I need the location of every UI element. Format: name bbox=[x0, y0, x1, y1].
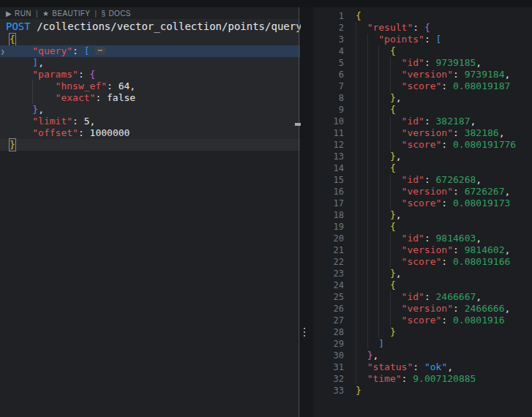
response-code-line: 6"version": 9739184, bbox=[313, 69, 532, 80]
indent-guide bbox=[390, 80, 402, 92]
http-method: POST bbox=[6, 20, 31, 32]
response-code-line: 33} bbox=[313, 385, 532, 397]
indent-guide bbox=[378, 303, 390, 315]
response-code-line: 5"id": 9739185, bbox=[313, 57, 532, 69]
line-number: 5 bbox=[313, 57, 344, 69]
fold-chevron-icon[interactable]: ❯ bbox=[1, 46, 8, 58]
response-code-line: 28} bbox=[313, 326, 532, 338]
response-code-line: 20"id": 9814603, bbox=[313, 233, 532, 244]
code-token: : bbox=[453, 69, 465, 80]
indent-guide bbox=[356, 326, 367, 338]
indent-guide bbox=[367, 198, 379, 209]
code-token: [ bbox=[436, 34, 442, 45]
code-token: "id" bbox=[402, 57, 424, 69]
code-token: { bbox=[390, 162, 396, 174]
request-code-line: ], bbox=[0, 57, 300, 69]
code-token: "score" bbox=[402, 256, 442, 268]
indent-guide bbox=[390, 139, 402, 151]
code-token: : bbox=[441, 256, 453, 268]
code-token: "id" bbox=[402, 291, 424, 303]
indent-guide bbox=[378, 291, 390, 303]
code-token: } bbox=[367, 350, 373, 361]
line-number: 8 bbox=[313, 92, 344, 104]
line-number: 23 bbox=[313, 268, 344, 279]
code-token: , bbox=[504, 186, 510, 198]
request-code-line: "params": { bbox=[0, 69, 300, 80]
request-line[interactable]: POST /collections/vector_collection/poin… bbox=[0, 19, 300, 34]
toolbar-button-run[interactable]: ▶RUN bbox=[6, 10, 31, 18]
code-token: "ok" bbox=[424, 361, 447, 373]
line-number: 21 bbox=[313, 244, 344, 256]
indent-guide bbox=[378, 279, 390, 291]
response-code-line: 8}, bbox=[313, 92, 532, 104]
indent-guide bbox=[378, 69, 390, 80]
request-editor[interactable]: POST /collections/vector_collection/poin… bbox=[0, 19, 300, 151]
console-screen: ▶RUN|★BEAUTIFY|§DOCS POST /collections/v… bbox=[0, 0, 532, 417]
editor-toolbar: ▶RUN|★BEAUTIFY|§DOCS bbox=[6, 8, 131, 18]
line-number: 27 bbox=[313, 315, 344, 326]
indent-guide bbox=[356, 233, 367, 244]
indent-guide bbox=[367, 326, 379, 338]
indent-guide bbox=[378, 162, 390, 174]
code-token: } bbox=[390, 268, 396, 279]
code-token: 6726268 bbox=[436, 174, 476, 186]
code-token: , bbox=[476, 291, 482, 303]
indent-guide bbox=[378, 45, 390, 57]
code-token: "score" bbox=[402, 198, 442, 209]
left-scrollbar-track[interactable] bbox=[299, 7, 299, 417]
code-token: , bbox=[504, 303, 510, 315]
toolbar-button-beautify[interactable]: ★BEAUTIFY bbox=[42, 10, 90, 18]
code-token: : bbox=[453, 303, 465, 315]
indent-guide bbox=[356, 221, 367, 233]
indent-guide bbox=[367, 303, 379, 315]
line-number: 19 bbox=[313, 221, 344, 233]
line-number: 20 bbox=[313, 233, 344, 244]
fold-ellipsis-badge[interactable]: ⋯ bbox=[95, 47, 106, 55]
line-number: 15 bbox=[313, 174, 344, 186]
divider-drag-handle-icon[interactable] bbox=[304, 328, 305, 337]
indent-guide bbox=[356, 186, 367, 198]
code-token: "hnsw_ef" bbox=[56, 80, 107, 92]
code-token: : bbox=[78, 69, 90, 80]
line-number: 29 bbox=[313, 338, 344, 350]
code-token: , bbox=[396, 151, 402, 162]
indent-guide bbox=[367, 34, 379, 45]
code-token: "score" bbox=[402, 315, 442, 326]
code-token: "id" bbox=[402, 116, 424, 127]
code-token: 9814602 bbox=[465, 244, 505, 256]
response-code-line: 18}, bbox=[313, 209, 532, 221]
response-code-line: 3"points": [ bbox=[313, 34, 532, 45]
indent-guide bbox=[10, 80, 32, 92]
indent-guide bbox=[10, 92, 32, 104]
code-token: , bbox=[130, 80, 135, 92]
code-token: [ bbox=[84, 45, 90, 57]
indent-guide bbox=[367, 268, 379, 279]
code-token: "version" bbox=[402, 69, 453, 80]
indent-guide bbox=[356, 361, 367, 373]
response-code-line: 7"score": 0.08019187 bbox=[313, 80, 532, 92]
indent-guide bbox=[390, 69, 402, 80]
line-number: 7 bbox=[313, 80, 344, 92]
code-token: , bbox=[396, 92, 402, 104]
line-number: 17 bbox=[313, 198, 344, 209]
indent-guide bbox=[356, 209, 367, 221]
code-token: } bbox=[390, 209, 396, 221]
code-token: "score" bbox=[402, 139, 442, 151]
indent-guide bbox=[356, 268, 367, 279]
request-code-line: } bbox=[0, 139, 300, 151]
indent-guide bbox=[367, 116, 379, 127]
code-token: : bbox=[453, 127, 465, 139]
code-token: 9814603 bbox=[436, 233, 476, 244]
response-code-line: 11"version": 382186, bbox=[313, 127, 532, 139]
indent-guide bbox=[378, 127, 390, 139]
toolbar-button-docs[interactable]: §DOCS bbox=[101, 10, 130, 18]
response-code-line: 4{ bbox=[313, 45, 532, 57]
line-number: 18 bbox=[313, 209, 344, 221]
response-code-line: 15"id": 6726268, bbox=[313, 174, 532, 186]
response-code-line: 14{ bbox=[313, 162, 532, 174]
code-token: "result" bbox=[367, 22, 413, 34]
code-token: 382187 bbox=[436, 116, 471, 127]
code-token: , bbox=[471, 116, 476, 127]
indent-guide bbox=[356, 198, 367, 209]
response-panel[interactable]: 1{2"result": {3"points": [4{5"id": 97391… bbox=[313, 7, 532, 417]
